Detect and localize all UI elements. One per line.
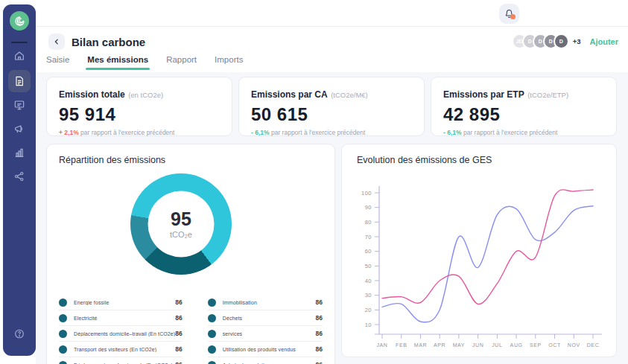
chevron-left-icon bbox=[53, 38, 60, 45]
network-icon bbox=[13, 170, 25, 182]
stat-value: 42 895 bbox=[443, 104, 604, 125]
legend-label: services bbox=[223, 331, 316, 336]
donut-chart-title: Répartition des émissions bbox=[59, 155, 165, 165]
legend-value: 86 bbox=[175, 330, 182, 337]
x-tick-label: JAN bbox=[376, 342, 387, 348]
topbar bbox=[36, 0, 628, 27]
tab-mes-émissions[interactable]: Mes émissions bbox=[87, 55, 148, 70]
sidebar-item-home[interactable] bbox=[8, 45, 31, 67]
legend-dot-icon bbox=[59, 361, 67, 364]
legend-dot-icon bbox=[208, 330, 216, 338]
legend-value: 86 bbox=[316, 330, 323, 337]
avatar[interactable]: D bbox=[554, 33, 569, 49]
tab-saisie[interactable]: Saisie bbox=[46, 55, 69, 70]
y-tick-label: 80 bbox=[365, 219, 372, 226]
page-title: Bilan carbone bbox=[72, 36, 145, 48]
sidebar-item-documents[interactable] bbox=[8, 70, 31, 92]
x-tick-label: MAY bbox=[453, 342, 465, 348]
stat-delta: - 6,1% par rapport à l'exercice précéden… bbox=[251, 129, 412, 136]
legend-value: 86 bbox=[175, 345, 182, 353]
x-tick-label: FEB bbox=[396, 342, 407, 348]
donut-chart[interactable]: 95 tCO₂e bbox=[130, 173, 232, 275]
donut-legend: Energie fossile86Electricité86Déplacemen… bbox=[59, 295, 323, 364]
line-chart[interactable]: 102030405060708090100JANFEBMARAPRMAYJUNJ… bbox=[342, 170, 618, 356]
x-tick-label: JUN bbox=[472, 342, 483, 348]
emissions-breakdown-card: Répartition des émissions 95 tCO₂e Energ… bbox=[46, 144, 335, 364]
donut-center-unit: tCO₂e bbox=[170, 230, 192, 239]
legend-label: Déplacements domicile–travail (En tCO2e) bbox=[74, 331, 175, 336]
x-tick-label: MAR bbox=[414, 342, 427, 348]
x-tick-label: JUL bbox=[492, 342, 502, 348]
legend-item: Utilisation des produits vendus86 bbox=[208, 342, 323, 357]
legend-value: 86 bbox=[316, 345, 323, 353]
legend-item: Energie fossile86 bbox=[59, 295, 183, 310]
stat-delta: - 6,1% par rapport à l'exercice précéden… bbox=[443, 129, 604, 136]
back-button[interactable] bbox=[48, 33, 65, 50]
sidebar-item-presentation[interactable] bbox=[8, 94, 31, 116]
y-tick-label: 30 bbox=[365, 292, 372, 298]
series-pink bbox=[382, 190, 593, 304]
stat-title: Emission totale bbox=[59, 89, 125, 100]
legend-dot-icon bbox=[208, 361, 216, 364]
legend-value: 86 bbox=[316, 298, 323, 306]
legend-item: services86 bbox=[208, 326, 323, 342]
stat-unit: (tCO2e/M€) bbox=[331, 91, 368, 99]
legend-value: 86 bbox=[175, 298, 182, 306]
avatar-group: JDDDDD bbox=[512, 33, 569, 49]
legend-dot-icon bbox=[59, 345, 67, 354]
legend-dot-icon bbox=[59, 298, 67, 307]
legend-label: Immobilisation bbox=[223, 300, 316, 305]
stat-value: 95 914 bbox=[59, 104, 220, 125]
team-members: JDDDDD +3 Ajouter bbox=[512, 33, 618, 49]
legend-item: Electricité86 bbox=[59, 310, 183, 326]
tab-imports[interactable]: Imports bbox=[215, 55, 243, 70]
y-tick-label: 60 bbox=[365, 248, 372, 255]
y-tick-label: 10 bbox=[365, 322, 372, 328]
presentation-icon bbox=[13, 99, 25, 111]
sidebar-item-announcements[interactable] bbox=[8, 118, 31, 140]
document-icon bbox=[13, 75, 25, 87]
donut-center-value: 95 bbox=[171, 210, 191, 229]
legend-item: Déchets86 bbox=[208, 310, 323, 326]
sidebar-item-help[interactable] bbox=[14, 328, 25, 339]
legend-dot-icon bbox=[208, 345, 216, 354]
tab-rapport[interactable]: Rapport bbox=[166, 55, 197, 70]
ges-evolution-card: Evolution des émissions de GES 102030405… bbox=[341, 144, 617, 357]
stat-card-etp: Emissions par ETP (tCO2e/ETP) 42 895 - 6… bbox=[431, 77, 617, 136]
sidebar bbox=[3, 4, 36, 356]
legend-item: Immobilisation86 bbox=[208, 295, 323, 310]
legend-dot-icon bbox=[59, 330, 67, 338]
y-tick-label: 50 bbox=[365, 263, 372, 269]
x-tick-label: OCT bbox=[548, 342, 561, 348]
home-icon bbox=[13, 50, 25, 62]
legend-value: 86 bbox=[175, 314, 182, 322]
legend-label: Energie fossile bbox=[74, 300, 175, 305]
stat-value: 50 615 bbox=[251, 104, 412, 125]
notifications-button[interactable] bbox=[499, 4, 519, 24]
legend-item: Achats de produits86 bbox=[208, 357, 323, 364]
legend-label: Déchets bbox=[223, 316, 316, 321]
legend-column: Energie fossile86Electricité86Déplacemen… bbox=[59, 295, 183, 364]
avatar-overflow-count[interactable]: +3 bbox=[573, 37, 581, 45]
app-logo[interactable] bbox=[10, 11, 29, 31]
add-member-link[interactable]: Ajouter bbox=[590, 37, 619, 46]
y-tick-label: 100 bbox=[361, 190, 372, 197]
legend-column: Immobilisation86Déchets86services86Utili… bbox=[208, 295, 323, 364]
stat-delta: + 2,1% par rapport à l'exercice précéden… bbox=[59, 129, 220, 136]
tab-bar: SaisieMes émissionsRapportImports bbox=[46, 55, 243, 70]
app-window: Bilan carbone SaisieMes émissionsRapport… bbox=[0, 0, 628, 364]
legend-dot-icon bbox=[208, 298, 216, 307]
y-tick-label: 40 bbox=[365, 278, 372, 284]
y-tick-label: 70 bbox=[365, 234, 372, 240]
legend-label: Transport des visiteurs (En tCO2e) bbox=[74, 347, 175, 352]
legend-item: Déplacements professionnels (En tCO2e)86 bbox=[59, 357, 183, 364]
y-tick-label: 90 bbox=[365, 204, 372, 211]
sidebar-item-organization[interactable] bbox=[8, 165, 31, 188]
legend-label: Electricité bbox=[74, 316, 175, 321]
stat-card-ca: Emissions par CA (tCO2e/M€) 50 615 - 6,1… bbox=[238, 77, 425, 136]
y-tick-label: 20 bbox=[365, 307, 372, 313]
stat-title: Emissions par ETP bbox=[443, 89, 524, 100]
sidebar-item-analytics[interactable] bbox=[8, 141, 31, 164]
legend-value: 86 bbox=[316, 314, 323, 322]
stat-card-total: Emission totale (en tCO2e) 95 914 + 2,1%… bbox=[46, 77, 232, 136]
